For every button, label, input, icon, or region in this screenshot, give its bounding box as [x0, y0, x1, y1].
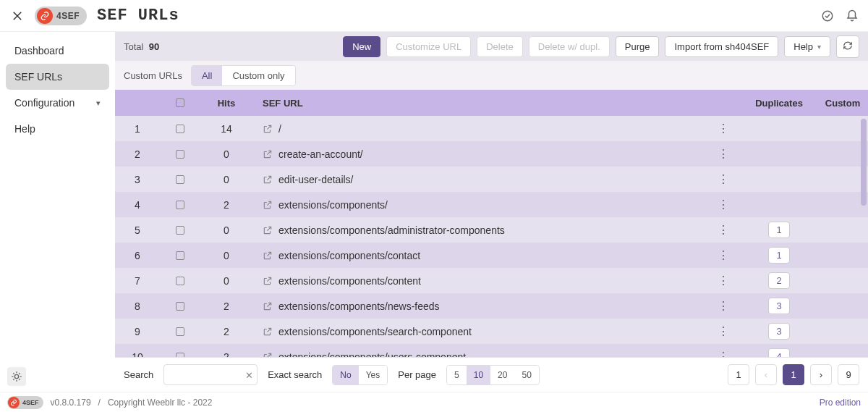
search-input[interactable] [163, 364, 258, 385]
row-url[interactable]: extensions/components/users-component [278, 351, 466, 358]
delete-with-dup-button[interactable]: Delete w/ dupl. [529, 36, 610, 57]
per-page-segment: 5 10 20 50 [446, 365, 540, 385]
per-page-5[interactable]: 5 [447, 366, 467, 384]
table-row[interactable]: 82extensions/components/news-feeds⋮3 [115, 293, 868, 319]
customize-url-button[interactable]: Customize URL [386, 36, 471, 57]
table-row[interactable]: 102extensions/components/users-component… [115, 344, 868, 357]
duplicates-badge[interactable]: 1 [768, 222, 789, 238]
row-checkbox[interactable] [176, 125, 184, 133]
table-row[interactable]: 70extensions/components/content⋮2 [115, 268, 868, 293]
table-row[interactable]: 60extensions/components/contact⋮1 [115, 243, 868, 268]
row-actions-icon[interactable]: ⋮ [718, 148, 729, 160]
purge-button[interactable]: Purge [616, 36, 660, 57]
row-actions-icon[interactable]: ⋮ [718, 351, 729, 358]
per-page-50[interactable]: 50 [514, 366, 538, 384]
logo-text: 4SEF [56, 11, 80, 21]
import-button[interactable]: Import from sh404SEF [665, 36, 778, 57]
select-all-checkbox[interactable] [176, 98, 184, 107]
table-row[interactable]: 50extensions/components/administrator-co… [115, 217, 868, 243]
row-url[interactable]: extensions/components/ [278, 199, 388, 211]
row-url[interactable]: extensions/components/administrator-comp… [278, 224, 505, 236]
bell-icon[interactable] [845, 9, 859, 23]
page-next[interactable]: › [810, 364, 832, 385]
new-button[interactable]: New [343, 36, 380, 57]
row-index: 5 [115, 224, 160, 236]
external-link-icon [263, 200, 273, 210]
table-row[interactable]: 42extensions/components/⋮ [115, 192, 868, 217]
row-url[interactable]: create-an-account/ [278, 148, 363, 160]
row-url[interactable]: extensions/components/contact [278, 250, 420, 261]
external-link-icon [263, 124, 273, 134]
sidebar-item-configuration[interactable]: Configuration▾ [6, 90, 109, 116]
row-url[interactable]: extensions/components/news-feeds [278, 300, 440, 312]
col-duplicates[interactable]: Duplicates [741, 98, 817, 109]
check-circle-icon[interactable] [820, 9, 835, 23]
row-hits: 2 [200, 300, 252, 312]
row-actions-icon[interactable]: ⋮ [718, 250, 729, 261]
table-row[interactable]: 92extensions/components/search-component… [115, 319, 868, 344]
sidebar-item-dashboard[interactable]: Dashboard [6, 38, 109, 64]
exact-no[interactable]: No [333, 366, 358, 384]
filter-all[interactable]: All [192, 66, 222, 85]
page-prev[interactable]: ‹ [755, 364, 777, 385]
app-header: 4SEF SEF URLs [0, 0, 868, 32]
scrollbar[interactable] [861, 119, 867, 206]
table-row[interactable]: 30edit-user-details/⋮ [115, 167, 868, 192]
row-checkbox[interactable] [176, 226, 184, 235]
duplicates-badge[interactable]: 3 [768, 298, 789, 314]
row-checkbox[interactable] [176, 150, 184, 159]
row-hits: 2 [200, 326, 252, 337]
sidebar: Dashboard SEF URLs Configuration▾ Help [0, 32, 115, 392]
svg-line-11 [19, 373, 20, 374]
row-url[interactable]: edit-user-details/ [278, 174, 354, 185]
row-actions-icon[interactable]: ⋮ [718, 174, 729, 185]
col-hits[interactable]: Hits [200, 98, 252, 109]
external-link-icon [263, 225, 273, 235]
per-page-10[interactable]: 10 [467, 366, 490, 384]
row-url[interactable]: / [278, 123, 281, 135]
row-checkbox[interactable] [176, 353, 184, 358]
col-custom[interactable]: Custom [817, 98, 868, 109]
page-first[interactable]: 1 [728, 364, 749, 385]
chevron-down-icon: ▾ [96, 98, 101, 108]
row-actions-icon[interactable]: ⋮ [718, 199, 729, 211]
duplicates-badge[interactable]: 4 [768, 348, 789, 357]
row-checkbox[interactable] [176, 175, 184, 184]
page-last[interactable]: 9 [838, 364, 859, 385]
row-actions-icon[interactable]: ⋮ [718, 300, 729, 312]
help-button[interactable]: Help▾ [784, 36, 830, 57]
row-url[interactable]: extensions/components/search-component [278, 326, 472, 337]
delete-button[interactable]: Delete [477, 36, 523, 57]
clear-search-icon[interactable]: ✕ [245, 369, 253, 380]
row-checkbox[interactable] [176, 201, 184, 209]
table-row[interactable]: 20create-an-account/⋮ [115, 141, 868, 167]
per-page-20[interactable]: 20 [490, 366, 514, 384]
row-actions-icon[interactable]: ⋮ [718, 275, 729, 287]
exact-search-segment: No Yes [332, 365, 388, 385]
row-checkbox[interactable] [176, 302, 184, 311]
copyright-text: Copyright Weeblr llc - 2022 [108, 398, 213, 408]
table-header: Hits SEF URL Duplicates Custom [115, 90, 868, 116]
row-checkbox[interactable] [176, 251, 184, 260]
sidebar-item-sef-urls[interactable]: SEF URLs [6, 64, 109, 90]
sidebar-item-help[interactable]: Help [6, 116, 109, 142]
exact-yes[interactable]: Yes [359, 366, 388, 384]
row-checkbox[interactable] [176, 327, 184, 336]
filter-custom-only[interactable]: Custom only [222, 66, 294, 85]
row-checkbox[interactable] [176, 277, 184, 285]
mini-logo: 4SEF [7, 396, 43, 409]
row-hits: 0 [200, 224, 252, 236]
row-url[interactable]: extensions/components/content [278, 275, 421, 287]
duplicates-badge[interactable]: 3 [768, 323, 789, 340]
col-sef-url[interactable]: SEF URL [252, 98, 706, 109]
row-actions-icon[interactable]: ⋮ [718, 326, 729, 337]
table-row[interactable]: 114/⋮ [115, 116, 868, 141]
theme-toggle-button[interactable] [7, 367, 26, 386]
close-icon[interactable] [9, 7, 26, 25]
page-current[interactable]: 1 [783, 364, 804, 385]
refresh-button[interactable] [836, 35, 859, 58]
duplicates-badge[interactable]: 1 [768, 247, 789, 264]
duplicates-badge[interactable]: 2 [768, 272, 789, 289]
row-actions-icon[interactable]: ⋮ [718, 123, 729, 135]
row-actions-icon[interactable]: ⋮ [718, 224, 729, 236]
